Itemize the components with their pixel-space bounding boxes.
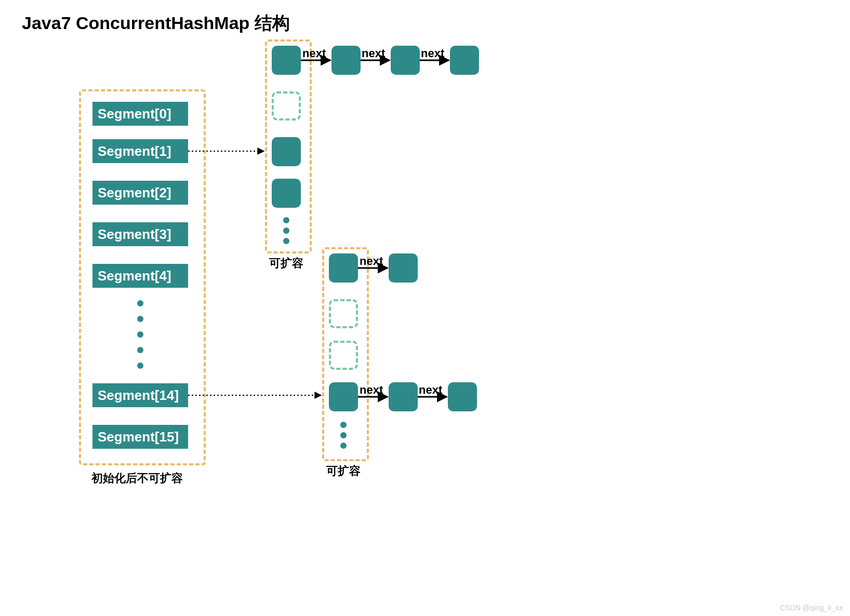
bucket-node <box>272 46 301 75</box>
segment-caption: 初始化后不可扩容 <box>91 471 183 486</box>
list-node <box>389 382 418 411</box>
bucket-ellipsis-dot <box>283 217 289 223</box>
segment-15: Segment[15] <box>92 425 188 449</box>
list-node <box>331 46 361 75</box>
bucket-empty <box>329 341 358 370</box>
segment-0: Segment[0] <box>92 102 188 126</box>
next-label: next <box>419 383 442 397</box>
bucket-caption-top: 可扩容 <box>269 256 303 271</box>
bucket-ellipsis-dot <box>283 227 289 234</box>
list-node <box>391 46 420 75</box>
bucket-caption-bottom: 可扩容 <box>326 463 361 479</box>
bucket-ellipsis-dot <box>340 422 347 428</box>
list-node <box>448 382 477 411</box>
next-label: next <box>360 383 383 397</box>
bucket-ellipsis-dot <box>340 443 347 449</box>
segment-14: Segment[14] <box>92 383 188 407</box>
next-label: next <box>360 255 383 268</box>
segment-ellipsis-dot <box>137 300 143 306</box>
segment-ellipsis-dot <box>137 331 143 338</box>
next-label: next <box>362 47 385 60</box>
bucket-node <box>329 253 358 283</box>
list-node <box>450 46 479 75</box>
segment-1: Segment[1] <box>92 139 188 163</box>
bucket-node <box>329 382 358 411</box>
next-label: next <box>302 47 326 60</box>
bucket-empty <box>272 91 301 120</box>
segment-2: Segment[2] <box>92 181 188 205</box>
segment-3: Segment[3] <box>92 222 188 246</box>
watermark: CSDN @qing_ti_xx <box>780 604 843 612</box>
diagram-title: Java7 ConcurrentHashMap 结构 <box>22 11 290 35</box>
segment-ellipsis-dot <box>137 347 143 353</box>
segment-ellipsis-dot <box>137 363 143 369</box>
bucket-ellipsis-dot <box>283 238 289 244</box>
bucket-node <box>272 137 301 166</box>
segment-ellipsis-dot <box>137 316 143 322</box>
bucket-ellipsis-dot <box>340 432 347 438</box>
bucket-node <box>272 179 301 208</box>
segment-4: Segment[4] <box>92 264 188 288</box>
next-label: next <box>421 47 444 60</box>
list-node <box>389 253 418 283</box>
bucket-empty <box>329 299 358 328</box>
